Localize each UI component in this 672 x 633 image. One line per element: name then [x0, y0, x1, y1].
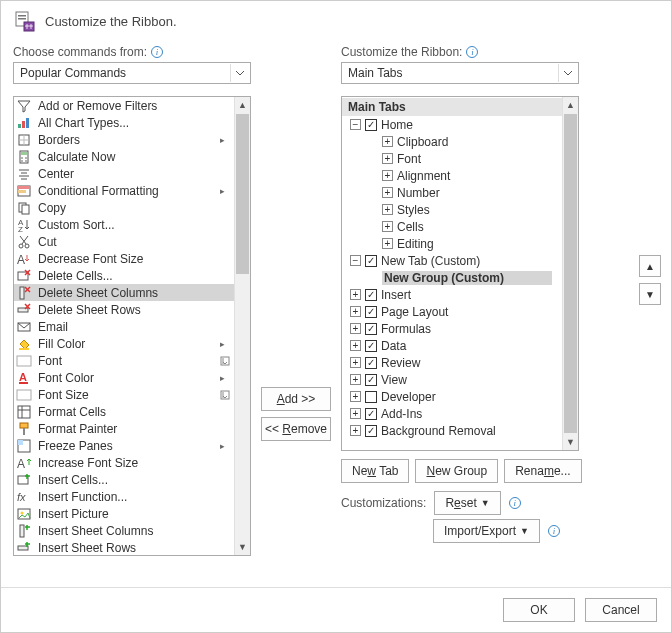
- checkbox[interactable]: ✓: [365, 119, 377, 131]
- collapse-icon[interactable]: −: [350, 255, 361, 266]
- checkbox[interactable]: ✓: [365, 425, 377, 437]
- move-down-button[interactable]: ▼: [639, 283, 661, 305]
- new-group-button[interactable]: New Group: [415, 459, 498, 483]
- list-item[interactable]: Delete Sheet Rows: [14, 301, 234, 318]
- expand-icon[interactable]: +: [382, 187, 393, 198]
- checkbox[interactable]: ✓: [365, 306, 377, 318]
- list-item[interactable]: Center: [14, 165, 234, 182]
- list-item[interactable]: Format Painter: [14, 420, 234, 437]
- expand-icon[interactable]: +: [350, 323, 361, 334]
- expand-icon[interactable]: +: [382, 153, 393, 164]
- tree-tab[interactable]: −✓Home: [342, 116, 562, 133]
- list-item[interactable]: Font: [14, 352, 234, 369]
- checkbox[interactable]: ✓: [365, 408, 377, 420]
- list-item[interactable]: AZCustom Sort...: [14, 216, 234, 233]
- ribbon-tabs-dropdown[interactable]: Main Tabs: [341, 62, 579, 84]
- list-item[interactable]: Add or Remove Filters: [14, 97, 234, 114]
- tree-tab[interactable]: +✓Add-Ins: [342, 405, 562, 422]
- collapse-icon[interactable]: −: [350, 119, 361, 130]
- scroll-down-icon[interactable]: ▼: [563, 434, 578, 450]
- tree-tab[interactable]: +Developer: [342, 388, 562, 405]
- list-item[interactable]: Insert Cells...: [14, 471, 234, 488]
- reset-button[interactable]: Reset▼: [434, 491, 500, 515]
- checkbox[interactable]: ✓: [365, 289, 377, 301]
- list-item[interactable]: Insert Sheet Columns: [14, 522, 234, 539]
- expand-icon[interactable]: +: [382, 221, 393, 232]
- list-item[interactable]: Cut: [14, 233, 234, 250]
- list-item[interactable]: Insert Sheet Rows: [14, 539, 234, 555]
- expand-icon[interactable]: +: [350, 340, 361, 351]
- list-item[interactable]: Freeze Panes▸: [14, 437, 234, 454]
- checkbox[interactable]: ✓: [365, 323, 377, 335]
- list-item[interactable]: AIncrease Font Size: [14, 454, 234, 471]
- list-item[interactable]: All Chart Types...: [14, 114, 234, 131]
- add-button[interactable]: Add >>: [261, 387, 331, 411]
- list-item[interactable]: Email: [14, 318, 234, 335]
- list-item[interactable]: ADecrease Font Size: [14, 250, 234, 267]
- expand-icon[interactable]: +: [382, 238, 393, 249]
- commands-source-dropdown[interactable]: Popular Commands: [13, 62, 251, 84]
- tree-tab[interactable]: +✓View: [342, 371, 562, 388]
- expand-icon[interactable]: +: [350, 289, 361, 300]
- commands-listbox[interactable]: Add or Remove FiltersAll Chart Types...B…: [13, 96, 251, 556]
- list-item[interactable]: Borders▸: [14, 131, 234, 148]
- list-item[interactable]: Delete Sheet Columns: [14, 284, 234, 301]
- info-icon[interactable]: i: [466, 46, 478, 58]
- list-item[interactable]: Insert Picture: [14, 505, 234, 522]
- tree-tab[interactable]: +✓Review: [342, 354, 562, 371]
- list-item[interactable]: Delete Cells...: [14, 267, 234, 284]
- tree-group[interactable]: +Clipboard: [342, 133, 562, 150]
- info-icon[interactable]: i: [548, 525, 560, 537]
- tree-group[interactable]: +Styles: [342, 201, 562, 218]
- list-item[interactable]: Copy: [14, 199, 234, 216]
- list-item[interactable]: Fill Color▸: [14, 335, 234, 352]
- expand-icon[interactable]: +: [350, 425, 361, 436]
- ok-button[interactable]: OK: [503, 598, 575, 622]
- tree-tab[interactable]: +✓Insert: [342, 286, 562, 303]
- info-icon[interactable]: i: [151, 46, 163, 58]
- new-tab-button[interactable]: New Tab: [341, 459, 409, 483]
- tree-group[interactable]: +Cells: [342, 218, 562, 235]
- tree-tab[interactable]: +✓Data: [342, 337, 562, 354]
- checkbox[interactable]: [365, 391, 377, 403]
- scrollbar[interactable]: ▲ ▼: [234, 97, 250, 555]
- scroll-up-icon[interactable]: ▲: [563, 97, 578, 113]
- tree-tab[interactable]: +✓Formulas: [342, 320, 562, 337]
- tree-tab[interactable]: +✓Background Removal: [342, 422, 562, 439]
- remove-button[interactable]: << Remove: [261, 417, 331, 441]
- expand-icon[interactable]: +: [382, 136, 393, 147]
- move-up-button[interactable]: ▲: [639, 255, 661, 277]
- scroll-down-icon[interactable]: ▼: [235, 539, 250, 555]
- scrollbar[interactable]: ▲ ▼: [562, 97, 578, 450]
- scroll-thumb[interactable]: [236, 114, 249, 274]
- checkbox[interactable]: ✓: [365, 340, 377, 352]
- tree-tab[interactable]: +✓Page Layout: [342, 303, 562, 320]
- rename-button[interactable]: Rename...: [504, 459, 581, 483]
- list-item[interactable]: Format Cells: [14, 403, 234, 420]
- expand-icon[interactable]: +: [382, 170, 393, 181]
- list-item[interactable]: fxInsert Function...: [14, 488, 234, 505]
- list-item[interactable]: Font Size: [14, 386, 234, 403]
- scroll-up-icon[interactable]: ▲: [235, 97, 250, 113]
- tree-tab[interactable]: −✓New Tab (Custom): [342, 252, 562, 269]
- expand-icon[interactable]: +: [350, 374, 361, 385]
- expand-icon[interactable]: +: [350, 391, 361, 402]
- list-item[interactable]: Conditional Formatting▸: [14, 182, 234, 199]
- checkbox[interactable]: ✓: [365, 255, 377, 267]
- checkbox[interactable]: ✓: [365, 374, 377, 386]
- expand-icon[interactable]: +: [350, 357, 361, 368]
- tree-group[interactable]: New Group (Custom): [342, 269, 562, 286]
- tree-group[interactable]: +Font: [342, 150, 562, 167]
- ribbon-tree[interactable]: Main Tabs−✓Home+Clipboard+Font+Alignment…: [341, 96, 579, 451]
- tree-group[interactable]: +Alignment: [342, 167, 562, 184]
- checkbox[interactable]: ✓: [365, 357, 377, 369]
- info-icon[interactable]: i: [509, 497, 521, 509]
- scroll-thumb[interactable]: [564, 114, 577, 433]
- tree-group[interactable]: +Number: [342, 184, 562, 201]
- cancel-button[interactable]: Cancel: [585, 598, 657, 622]
- list-item[interactable]: AFont Color▸: [14, 369, 234, 386]
- import-export-button[interactable]: Import/Export▼: [433, 519, 540, 543]
- expand-icon[interactable]: +: [350, 306, 361, 317]
- tree-group[interactable]: +Editing: [342, 235, 562, 252]
- expand-icon[interactable]: +: [382, 204, 393, 215]
